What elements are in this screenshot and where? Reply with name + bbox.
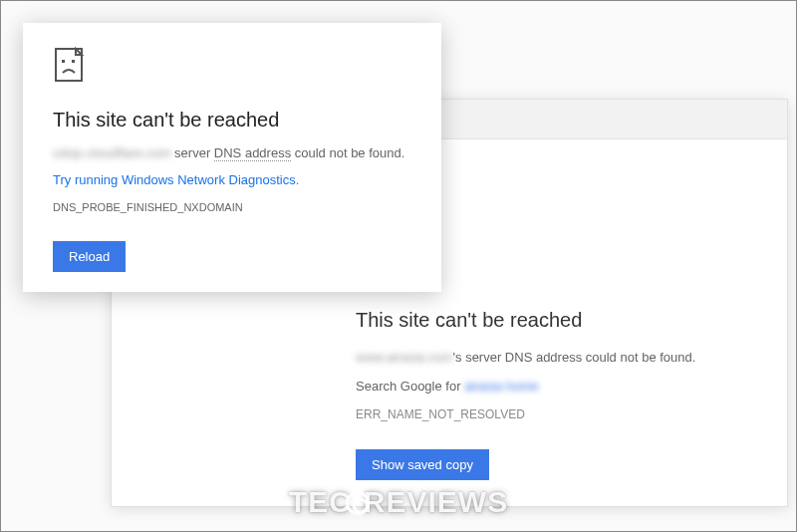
sad-page-icon [53, 47, 89, 83]
blurred-hostname: www.airasia.com [356, 350, 453, 365]
error-title: This site can't be reached [356, 309, 757, 332]
error-window-front: This site can't be reached cdnjs.cloudfl… [23, 23, 441, 292]
error-code: ERR_NAME_NOT_RESOLVED [356, 407, 757, 421]
svg-rect-2 [62, 60, 65, 63]
dns-address-text: DNS address [214, 145, 291, 161]
svg-rect-3 [72, 60, 75, 63]
search-term-link[interactable]: airasia home [464, 379, 538, 394]
error-title: This site can't be reached [53, 109, 411, 132]
show-saved-copy-button[interactable]: Show saved copy [356, 449, 489, 480]
blurred-hostname: cdnjs.cloudflare.com [53, 145, 171, 160]
reload-button[interactable]: Reload [53, 241, 126, 272]
error-message: www.airasia.com's server DNS address cou… [356, 350, 757, 365]
error-message: cdnjs.cloudflare.com server DNS address … [53, 145, 411, 160]
error-code: DNS_PROBE_FINISHED_NXDOMAIN [53, 201, 411, 213]
network-diagnostics-link[interactable]: Try running Windows Network Diagnostics. [53, 172, 411, 187]
search-suggestion: Search Google for airasia home [356, 379, 757, 394]
